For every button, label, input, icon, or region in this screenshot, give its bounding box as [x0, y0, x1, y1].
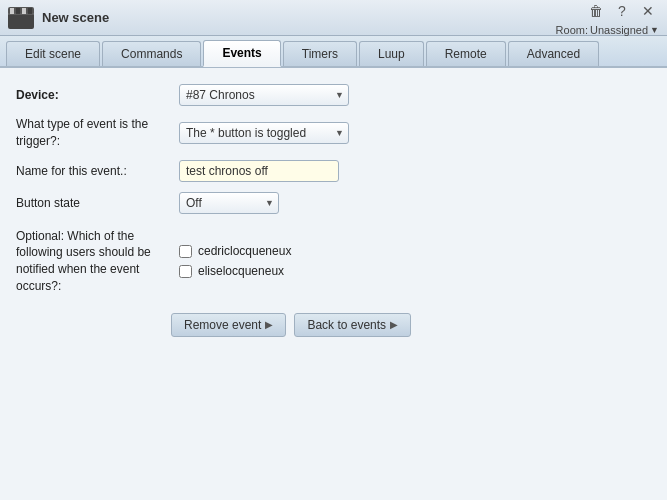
trigger-select-wrapper[interactable]: The * button is toggled: [179, 122, 349, 144]
remove-event-label: Remove event: [184, 318, 261, 332]
device-select[interactable]: #87 Chronos: [179, 84, 349, 106]
user1-label[interactable]: cedriclocqueneux: [198, 244, 291, 258]
svg-rect-3: [10, 8, 14, 14]
room-area: 🗑 ? ✕ Room: Unassigned ▼: [556, 0, 659, 36]
svg-rect-0: [8, 13, 34, 29]
button-state-row: Button state Off: [16, 192, 651, 214]
tab-timers[interactable]: Timers: [283, 41, 357, 66]
tabs-bar: Edit scene Commands Events Timers Luup R…: [0, 36, 667, 68]
remove-event-arrow-icon: ▶: [265, 319, 273, 330]
trigger-select[interactable]: The * button is toggled: [179, 122, 349, 144]
user2-label[interactable]: eliselocqueneux: [198, 264, 284, 278]
main-content: Device: #87 Chronos What type of event i…: [0, 68, 667, 500]
device-select-wrapper[interactable]: #87 Chronos: [179, 84, 349, 106]
svg-rect-4: [16, 8, 20, 14]
form-area: Device: #87 Chronos What type of event i…: [16, 84, 651, 337]
device-label: Device:: [16, 88, 171, 102]
help-button[interactable]: ?: [611, 0, 633, 22]
tab-events[interactable]: Events: [203, 40, 280, 67]
tab-edit-scene[interactable]: Edit scene: [6, 41, 100, 66]
back-to-events-button[interactable]: Back to events ▶: [294, 313, 411, 337]
tab-advanced[interactable]: Advanced: [508, 41, 599, 66]
trash-button[interactable]: 🗑: [585, 0, 607, 22]
notification-label: Optional: Which of the following users s…: [16, 228, 171, 295]
room-label[interactable]: Room: Unassigned ▼: [556, 24, 659, 36]
title-left: New scene: [8, 7, 109, 29]
trigger-label: What type of event is the trigger?:: [16, 116, 171, 150]
back-to-events-arrow-icon: ▶: [390, 319, 398, 330]
room-dropdown-icon: ▼: [650, 25, 659, 35]
title-icons: 🗑 ? ✕: [585, 0, 659, 22]
checkboxes-col: cedriclocqueneux eliselocqueneux: [179, 244, 291, 278]
clapboard-icon: [8, 7, 34, 29]
button-state-select[interactable]: Off: [179, 192, 279, 214]
user1-item: cedriclocqueneux: [179, 244, 291, 258]
title-bar: New scene 🗑 ? ✕ Room: Unassigned ▼: [0, 0, 667, 36]
name-input[interactable]: [179, 160, 339, 182]
close-button[interactable]: ✕: [637, 0, 659, 22]
back-to-events-label: Back to events: [307, 318, 386, 332]
user2-checkbox[interactable]: [179, 265, 192, 278]
user1-checkbox[interactable]: [179, 245, 192, 258]
user2-item: eliselocqueneux: [179, 264, 291, 278]
button-state-select-wrapper[interactable]: Off: [179, 192, 279, 214]
remove-event-button[interactable]: Remove event ▶: [171, 313, 286, 337]
tab-luup[interactable]: Luup: [359, 41, 424, 66]
tab-remote[interactable]: Remote: [426, 41, 506, 66]
svg-rect-5: [22, 8, 26, 14]
svg-rect-6: [28, 8, 32, 14]
buttons-row: Remove event ▶ Back to events ▶: [16, 313, 651, 337]
window-title: New scene: [42, 10, 109, 25]
name-label: Name for this event.:: [16, 164, 171, 178]
notification-section: Optional: Which of the following users s…: [16, 228, 651, 295]
trigger-row: What type of event is the trigger?: The …: [16, 116, 651, 150]
tab-commands[interactable]: Commands: [102, 41, 201, 66]
device-row: Device: #87 Chronos: [16, 84, 651, 106]
room-value: Unassigned: [590, 24, 648, 36]
room-prefix: Room:: [556, 24, 588, 36]
button-state-label: Button state: [16, 196, 171, 210]
name-row: Name for this event.:: [16, 160, 651, 182]
